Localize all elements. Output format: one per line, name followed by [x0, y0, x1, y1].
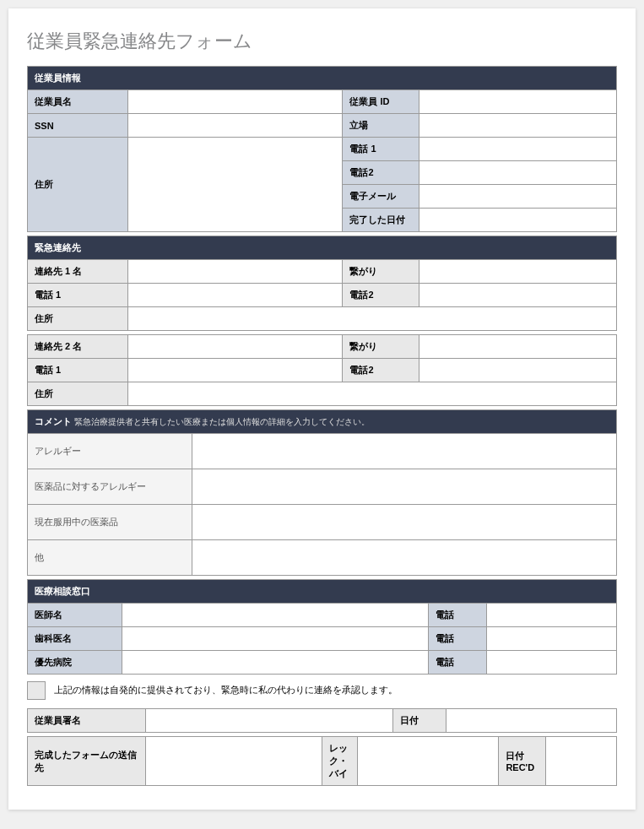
label-relation1: 繋がり [343, 260, 419, 284]
input-signature[interactable] [145, 709, 392, 733]
medical-table: 医療相談窓口 医師名 電話 歯科医名 電話 優先病院 電話 [27, 579, 617, 675]
label-drug-allergies: 医薬品に対するアレルギー [28, 469, 192, 505]
label-dentist: 歯科医名 [28, 627, 122, 651]
label-phone1: 電話 1 [343, 138, 419, 161]
comments-header-title: コメント [35, 416, 72, 426]
label-other: 他 [28, 540, 192, 576]
input-address[interactable] [127, 138, 343, 232]
label-signature: 従業員署名 [28, 709, 146, 733]
label-dentist-phone: 電話 [428, 627, 487, 651]
consent-text: 上記の情報は自発的に提供されており、緊急時に私の代わりに連絡を承認します。 [54, 685, 398, 696]
input-date-recd[interactable] [546, 737, 617, 786]
label-phone2: 電話2 [343, 161, 419, 185]
input-send-to[interactable] [145, 737, 322, 786]
consent-checkbox[interactable] [27, 681, 46, 700]
label-contact1: 連絡先 1 名 [28, 260, 128, 284]
input-ephone2[interactable] [419, 284, 617, 307]
label-doctor: 医師名 [28, 604, 122, 627]
input-dentist-phone[interactable] [487, 627, 617, 651]
input-employee-name[interactable] [127, 90, 343, 114]
input-e2address[interactable] [127, 382, 616, 406]
emergency-table: 緊急連絡先 連絡先 1 名 繋がり 電話 1 電話2 住所 [27, 236, 617, 331]
emergency-header: 緊急連絡先 [28, 236, 617, 260]
comments-header-sub: 緊急治療提供者と共有したい医療または個人情報の詳細を入力してください。 [74, 417, 370, 426]
label-completed: 完了した日付 [343, 209, 419, 232]
input-ssn[interactable] [127, 114, 343, 138]
label-position: 立場 [343, 114, 419, 138]
label-rec-by: レック・バイ [322, 737, 357, 786]
emergency-table-2: 連絡先 2 名 繋がり 電話 1 電話2 住所 [27, 334, 617, 406]
input-e2phone2[interactable] [419, 359, 617, 382]
label-current-meds: 現在服用中の医薬品 [28, 505, 192, 540]
input-drug-allergies[interactable] [192, 469, 617, 505]
input-phone1[interactable] [419, 138, 617, 161]
input-relation1[interactable] [419, 260, 617, 284]
label-relation2: 繋がり [343, 335, 419, 359]
submission-table: 完成したフォームの送信先 レック・バイ 日付 REC'D [27, 736, 617, 786]
input-contact1[interactable] [127, 260, 343, 284]
comments-header: コメント 緊急治療提供者と共有したい医療または個人情報の詳細を入力してください。 [28, 410, 617, 434]
input-other[interactable] [192, 540, 617, 576]
medical-header: 医療相談窓口 [28, 580, 617, 604]
employee-table: 従業員情報 従業員名 従業員 ID SSN 立場 住所 電話 1 電話2 電子メ… [27, 66, 617, 232]
label-date-recd: 日付 REC'D [499, 737, 546, 786]
input-hospital-phone[interactable] [487, 651, 617, 675]
label-send-to: 完成したフォームの送信先 [28, 737, 146, 786]
label-employee-id: 従業員 ID [343, 90, 419, 114]
input-doctor-phone[interactable] [487, 604, 617, 627]
input-e2phone1[interactable] [127, 359, 343, 382]
form-page: 従業員緊急連絡先フォーム 従業員情報 従業員名 従業員 ID SSN 立場 住所… [8, 8, 636, 810]
input-ephone1[interactable] [127, 284, 343, 307]
input-position[interactable] [419, 114, 617, 138]
employee-header: 従業員情報 [28, 67, 617, 90]
input-eaddress1[interactable] [127, 307, 616, 331]
input-email[interactable] [419, 185, 617, 209]
input-allergies[interactable] [192, 434, 617, 469]
label-ephone1: 電話 1 [28, 284, 128, 307]
label-allergies: アレルギー [28, 434, 192, 469]
input-phone2[interactable] [419, 161, 617, 185]
comments-table: コメント 緊急治療提供者と共有したい医療または個人情報の詳細を入力してください。… [27, 409, 617, 576]
input-hospital[interactable] [122, 651, 428, 675]
consent-row: 上記の情報は自発的に提供されており、緊急時に私の代わりに連絡を承認します。 [27, 681, 617, 700]
label-ephone2: 電話2 [343, 284, 419, 307]
input-employee-id[interactable] [419, 90, 617, 114]
label-doctor-phone: 電話 [428, 604, 487, 627]
signature-table: 従業員署名 日付 [27, 708, 617, 733]
label-address: 住所 [28, 138, 128, 232]
label-e2phone1: 電話 1 [28, 359, 128, 382]
label-contact2: 連絡先 2 名 [28, 335, 128, 359]
page-title: 従業員緊急連絡先フォーム [27, 29, 617, 54]
input-relation2[interactable] [419, 335, 617, 359]
input-current-meds[interactable] [192, 505, 617, 540]
label-e2phone2: 電話2 [343, 359, 419, 382]
input-contact2[interactable] [127, 335, 343, 359]
input-completed[interactable] [419, 209, 617, 232]
label-employee-name: 従業員名 [28, 90, 128, 114]
input-doctor[interactable] [122, 604, 428, 627]
label-e2address: 住所 [28, 382, 128, 406]
label-sig-date: 日付 [392, 709, 446, 733]
label-hospital: 優先病院 [28, 651, 122, 675]
input-dentist[interactable] [122, 627, 428, 651]
input-rec-by[interactable] [357, 737, 499, 786]
label-hospital-phone: 電話 [428, 651, 487, 675]
label-eaddress1: 住所 [28, 307, 128, 331]
label-email: 電子メール [343, 185, 419, 209]
input-sig-date[interactable] [446, 709, 616, 733]
label-ssn: SSN [28, 114, 128, 138]
